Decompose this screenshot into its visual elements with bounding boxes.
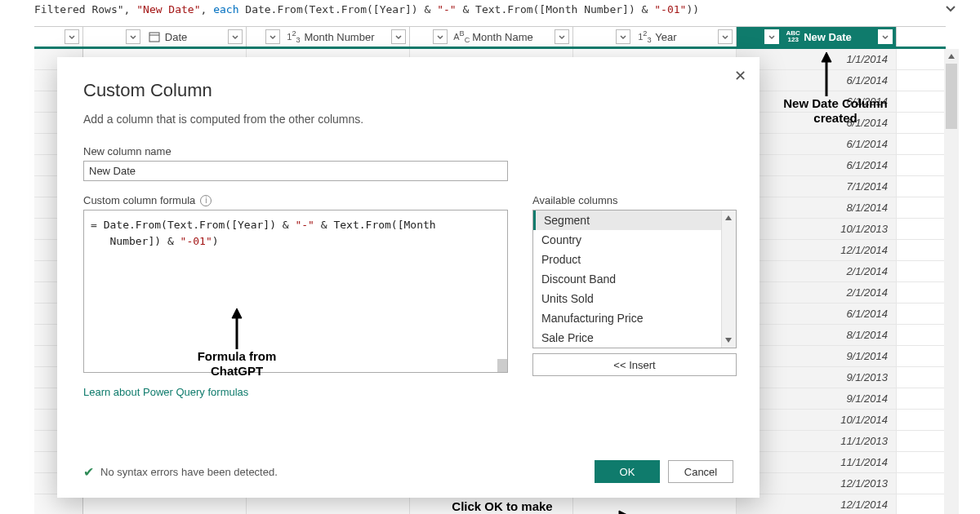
formula-bar: Filtered Rows", "New Date", each Date.Fr…: [34, 0, 943, 20]
cell-new-date: 10/1/2013: [737, 219, 897, 239]
column-header-month-number[interactable]: 123Month Number: [247, 27, 410, 47]
arrow-up-icon: [818, 52, 835, 96]
dropdown-icon[interactable]: [433, 29, 448, 44]
dropdown-icon[interactable]: [126, 29, 140, 44]
new-column-name-label: New column name: [83, 145, 733, 157]
annotation-ok: Click OK to make changes: [433, 499, 572, 514]
cell-new-date: 10/1/2014: [737, 410, 897, 430]
filter-dropdown-icon[interactable]: [718, 29, 733, 44]
cell-new-date: 8/1/2014: [737, 325, 897, 345]
available-columns-label: Available columns: [532, 194, 737, 206]
dropdown-icon[interactable]: [764, 29, 779, 44]
cell-new-date: 2/1/2014: [737, 282, 897, 303]
cell-new-date: 6/1/2014: [737, 70, 897, 91]
cell-new-date: 9/1/2013: [737, 367, 897, 388]
cell-new-date: 12/1/2014: [737, 240, 897, 260]
available-column-item[interactable]: Discount Band: [533, 269, 736, 289]
filter-dropdown-icon[interactable]: [391, 29, 406, 44]
custom-column-dialog: ✕ Custom Column Add a column that is com…: [57, 57, 760, 498]
insert-button[interactable]: << Insert: [532, 353, 737, 376]
formula-expand-icon[interactable]: [944, 2, 957, 15]
dialog-subtitle: Add a column that is computed from the o…: [83, 113, 733, 126]
cell-new-date: 7/1/2014: [737, 176, 897, 197]
filter-dropdown-icon[interactable]: [878, 29, 893, 44]
custom-formula-label: Custom column formula i: [83, 194, 508, 206]
new-column-name-input[interactable]: [83, 161, 508, 181]
type-icon: ABC: [454, 29, 469, 44]
filter-dropdown-icon[interactable]: [228, 29, 243, 44]
svg-marker-3: [232, 308, 242, 318]
ok-button[interactable]: OK: [595, 460, 660, 483]
editor-scroll-thumb[interactable]: [497, 359, 507, 372]
cancel-button[interactable]: Cancel: [668, 460, 733, 483]
column-name: Year: [655, 31, 676, 43]
dropdown-icon[interactable]: [65, 29, 79, 44]
close-icon[interactable]: ✕: [734, 67, 746, 85]
cell-new-date: 9/1/2014: [737, 346, 897, 366]
available-column-item[interactable]: Country: [533, 230, 736, 250]
type-icon: ABC123: [786, 29, 800, 44]
cell-new-date: 8/1/2014: [737, 197, 897, 218]
column-header-year[interactable]: 123Year: [573, 27, 737, 47]
cell-new-date: 1/1/2014: [737, 49, 897, 69]
column-headers: Date123Month NumberABCMonth Name123YearA…: [34, 26, 946, 49]
list-scroll-down-icon[interactable]: [721, 333, 736, 348]
cell-new-date: 6/1/2014: [737, 304, 897, 324]
svg-rect-0: [149, 33, 159, 42]
cell-new-date: 11/1/2013: [737, 431, 897, 451]
filter-dropdown-icon[interactable]: [555, 29, 569, 44]
check-icon: ✔: [83, 464, 94, 480]
syntax-status: ✔ No syntax errors have been detected.: [83, 464, 278, 480]
vertical-scrollbar[interactable]: [944, 49, 959, 514]
info-icon[interactable]: i: [200, 195, 212, 206]
available-column-item[interactable]: Sale Price: [533, 328, 736, 348]
scroll-up-icon[interactable]: [944, 49, 959, 64]
learn-link[interactable]: Learn about Power Query formulas: [83, 386, 248, 398]
arrow-right-icon: [580, 507, 629, 514]
cell-new-date: 12/1/2014: [737, 494, 897, 514]
type-icon: [147, 29, 162, 44]
scroll-thumb[interactable]: [946, 64, 957, 129]
cell-new-date: 2/1/2014: [737, 261, 897, 281]
dropdown-icon[interactable]: [616, 29, 630, 44]
available-column-item[interactable]: Product: [533, 250, 736, 269]
svg-marker-7: [619, 511, 629, 514]
annotation-newcol: New Date Column created: [762, 96, 909, 126]
column-header-new-date[interactable]: ABC123New Date: [737, 27, 897, 47]
available-columns-list[interactable]: SegmentCountryProductDiscount BandUnits …: [532, 210, 737, 348]
type-icon: 123: [637, 29, 652, 44]
dialog-title: Custom Column: [83, 80, 733, 101]
available-column-item[interactable]: Units Sold: [533, 289, 736, 308]
column-name: Date: [165, 31, 187, 43]
column-header-month-name[interactable]: ABCMonth Name: [410, 27, 573, 47]
column-header-rownum[interactable]: [34, 27, 83, 47]
list-scrollbar[interactable]: [721, 210, 736, 348]
dropdown-icon[interactable]: [265, 29, 280, 44]
column-name: New Date: [804, 31, 852, 43]
column-name: Month Name: [472, 31, 532, 43]
available-column-item[interactable]: Segment: [533, 210, 736, 230]
cell-new-date: 6/1/2014: [737, 155, 897, 175]
available-column-item[interactable]: Manufacturing Price: [533, 308, 736, 328]
cell-new-date: 12/1/2013: [737, 473, 897, 494]
column-header-date[interactable]: Date: [83, 27, 247, 47]
column-name: Month Number: [305, 31, 375, 43]
cell-new-date: 9/1/2014: [737, 388, 897, 409]
formula-editor[interactable]: = Date.From(Text.From([Year]) & "-" & Te…: [83, 210, 508, 373]
annotation-formula: Formula from ChatGPT: [184, 349, 290, 379]
list-scroll-up-icon[interactable]: [721, 210, 736, 225]
cell-new-date: 11/1/2014: [737, 452, 897, 472]
arrow-up-icon: [229, 308, 245, 349]
type-icon: 123: [287, 29, 301, 44]
svg-marker-5: [822, 52, 831, 62]
cell-new-date: 6/1/2014: [737, 134, 897, 154]
